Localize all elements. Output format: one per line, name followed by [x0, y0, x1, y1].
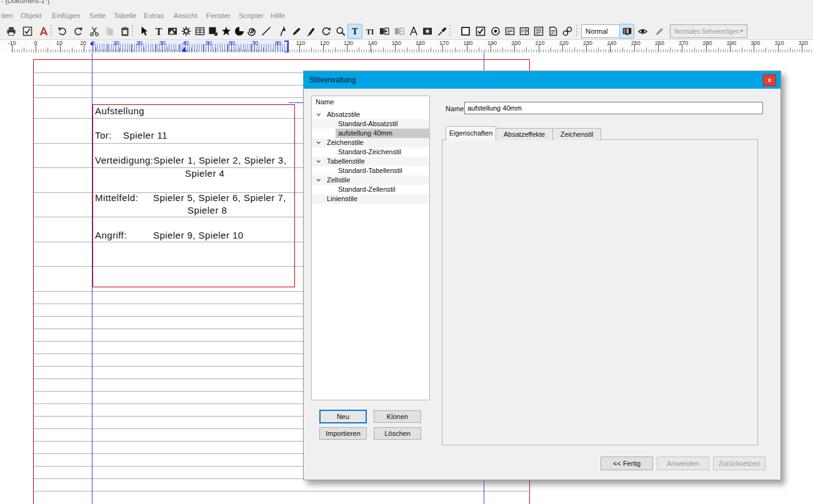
- insert-spiral-button[interactable]: [245, 24, 260, 39]
- undo-button[interactable]: [55, 24, 70, 39]
- tree-item-tabellenstile[interactable]: Tabellenstile: [312, 157, 429, 166]
- ruler-label: 10: [56, 40, 62, 46]
- menubar: itenObjektEinfügenSeiteTabelleExtrasAnsi…: [0, 10, 813, 22]
- eyedropper-button[interactable]: [435, 24, 450, 39]
- tab-zeichenstil[interactable]: Zeichenstil: [552, 128, 601, 141]
- chevron-down-icon[interactable]: [316, 139, 322, 146]
- menu-objekt[interactable]: Objekt: [21, 12, 41, 19]
- delete-style-button[interactable]: Löschen: [374, 427, 421, 440]
- menu-fenster[interactable]: Fenster: [206, 12, 231, 19]
- menu-ansicht[interactable]: Ansicht: [174, 12, 197, 19]
- window-title-fragment: - [Dokument-1*]: [1, 0, 49, 4]
- style-name-input[interactable]: [464, 102, 763, 114]
- insert-image-frame-button[interactable]: [165, 24, 180, 39]
- tab-eigenschaften[interactable]: Eigenschaften: [446, 126, 496, 141]
- tab-stop-marker[interactable]: [182, 47, 187, 52]
- color-management-button[interactable]: [619, 24, 634, 39]
- eye-icon: [638, 27, 647, 36]
- insert-freehand-button[interactable]: [289, 24, 304, 39]
- done-button[interactable]: << Fertig: [601, 457, 653, 470]
- dialog-titlebar[interactable]: Stilverwaltung x: [304, 71, 781, 89]
- pdf-listbox-button[interactable]: [531, 24, 546, 39]
- tree-item-absatzstile[interactable]: Absatzstile: [312, 110, 429, 119]
- menu-seite[interactable]: Seite: [89, 12, 106, 19]
- polygon-icon: [221, 26, 231, 36]
- vision-defect-select[interactable]: Normales Sehvermögen: [670, 24, 747, 38]
- redo-button[interactable]: [71, 24, 86, 39]
- tree-item-label: Tabellenstile: [327, 157, 365, 166]
- insert-render-frame-button[interactable]: [179, 24, 194, 39]
- measurements-button[interactable]: [406, 24, 421, 39]
- close-button[interactable]: x: [763, 74, 776, 86]
- tree-item-linienstile[interactable]: Linienstile: [312, 194, 429, 204]
- clone-style-button[interactable]: Klonen: [374, 410, 421, 423]
- document-text-line: Spieler 8: [187, 205, 227, 215]
- chevron-down-icon[interactable]: [316, 177, 322, 184]
- print-button[interactable]: [4, 24, 19, 39]
- pdf-annotation-star-button[interactable]: [420, 24, 435, 39]
- pdf-text-field-button[interactable]: [502, 24, 517, 39]
- horizontal-ruler[interactable]: -100102001020304050607080110120130140150…: [0, 40, 813, 53]
- story-editor-button[interactable]: TI: [362, 24, 377, 39]
- insert-calligraphy-button[interactable]: [304, 24, 319, 39]
- arc-icon: [234, 26, 244, 36]
- insert-bezier-button[interactable]: [275, 24, 290, 39]
- new-style-button[interactable]: Neu: [319, 410, 367, 423]
- insert-text-frame-button[interactable]: T: [151, 24, 166, 39]
- pencil-icon: [292, 26, 302, 36]
- reset-button[interactable]: Zurücksetzen: [713, 457, 766, 470]
- tree-item-zellstile[interactable]: Zellstile: [312, 175, 429, 185]
- pdf-push-button[interactable]: [458, 24, 473, 39]
- link-text-frames-button[interactable]: [377, 24, 392, 39]
- tree-item-standard-zeichenstil[interactable]: Standard-Zeichenstil: [312, 147, 429, 157]
- menu-einfügen[interactable]: Einfügen: [52, 12, 80, 19]
- pdf-checkbox-button[interactable]: [473, 24, 488, 39]
- select-item-button[interactable]: [136, 24, 151, 39]
- style-tree[interactable]: Name AbsatzstileStandard-Absatzstilaufst…: [311, 96, 430, 400]
- unlink-text-frames-button[interactable]: [392, 24, 407, 39]
- ruler-label: 110: [296, 40, 305, 46]
- ruler-label: 270: [679, 40, 688, 46]
- tab-absatzeffekte[interactable]: Absatzeffekte: [495, 128, 554, 141]
- paste-button[interactable]: [117, 24, 132, 39]
- tree-item-label: Standard-Zellenstil: [338, 185, 396, 194]
- preflight-verifier-button[interactable]: [20, 24, 35, 39]
- ruler-label: 170: [439, 40, 449, 46]
- tree-item-standard-zellenstil[interactable]: Standard-Zellenstil: [312, 185, 429, 194]
- pdf-annotation-button[interactable]: [546, 24, 561, 39]
- menu-scripter[interactable]: Scripter: [239, 12, 264, 19]
- menu-iten[interactable]: iten: [1, 12, 13, 19]
- pdf-checkbox-icon: [476, 26, 486, 36]
- tree-item-standard-tabellenstil[interactable]: Standard-Tabellenstil: [312, 166, 429, 175]
- text-frame-tab-ruler[interactable]: [90, 40, 289, 52]
- cut-button[interactable]: [87, 24, 102, 39]
- edit-contents-button[interactable]: T: [347, 24, 362, 39]
- insert-line-button[interactable]: [259, 24, 274, 39]
- tree-item-standard-absatzstil[interactable]: Standard-Absatzstil: [312, 119, 429, 129]
- menu-tabelle[interactable]: Tabelle: [114, 12, 136, 19]
- pdf-link-button[interactable]: [560, 24, 575, 39]
- copy-button[interactable]: [102, 24, 117, 39]
- zoom-button[interactable]: [333, 24, 348, 39]
- tree-item-label: Standard-Tabellenstil: [338, 166, 402, 175]
- chevron-down-icon[interactable]: [316, 111, 322, 118]
- preview-mode-button[interactable]: [635, 24, 650, 39]
- tree-item-aufstellung-40mm[interactable]: aufstellung 40mm: [312, 129, 429, 138]
- chevron-down-icon[interactable]: [316, 158, 322, 165]
- export-pdf-button[interactable]: [36, 24, 51, 39]
- ruler-label: 0: [34, 40, 37, 46]
- toolbar-separator: [576, 25, 577, 36]
- pdf-combobox-button[interactable]: [517, 24, 532, 39]
- tree-header: Name: [312, 96, 429, 109]
- import-style-button[interactable]: Importieren: [319, 427, 367, 440]
- ruler-label: 0: [91, 40, 94, 46]
- rotate-item-button[interactable]: [319, 24, 334, 39]
- toolbar-separator: [449, 25, 451, 36]
- menu-extras[interactable]: Extras: [144, 12, 164, 19]
- menu-hilfe[interactable]: Hilfe: [271, 12, 285, 19]
- tree-item-zeichenstile[interactable]: Zeichenstile: [312, 138, 429, 147]
- pdf-radio-button[interactable]: [488, 24, 503, 39]
- apply-button[interactable]: Anwenden: [657, 457, 709, 470]
- cmyk-icon: [622, 27, 632, 36]
- edit-in-preview-button[interactable]: [652, 24, 667, 39]
